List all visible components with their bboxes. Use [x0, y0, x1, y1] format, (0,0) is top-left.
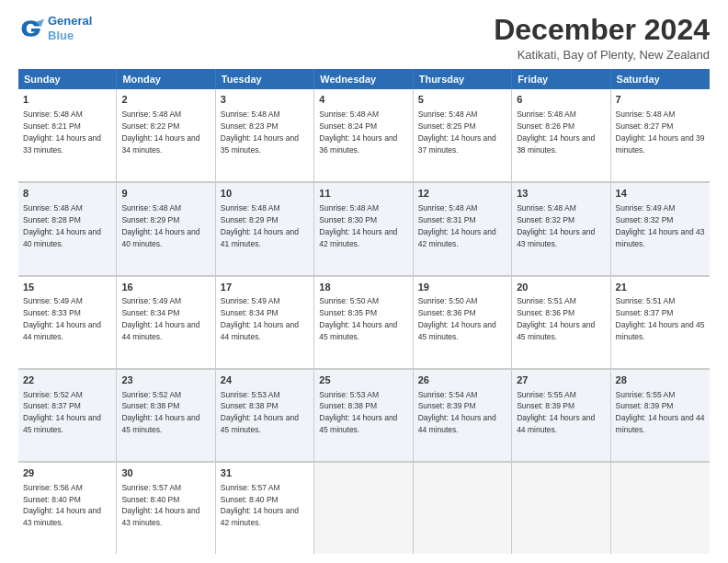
calendar-cell: 31Sunrise: 5:57 AMSunset: 8:40 PMDayligh…: [216, 462, 314, 554]
calendar-header: SundayMondayTuesdayWednesdayThursdayFrid…: [18, 69, 710, 89]
day-number: 3: [221, 93, 309, 107]
day-number: 10: [221, 187, 309, 201]
cell-text: Sunrise: 5:49 AMSunset: 8:33 PMDaylight:…: [23, 296, 101, 341]
day-number: 2: [121, 93, 210, 107]
calendar-cell: [414, 462, 512, 554]
cell-text: Sunrise: 5:48 AMSunset: 8:22 PMDaylight:…: [121, 109, 199, 155]
cell-text: Sunrise: 5:50 AMSunset: 8:36 PMDaylight:…: [418, 296, 496, 341]
logo: General Blue: [18, 14, 92, 42]
calendar-cell: 22Sunrise: 5:52 AMSunset: 8:37 PMDayligh…: [18, 369, 117, 461]
cell-text: Sunrise: 5:49 AMSunset: 8:34 PMDaylight:…: [121, 296, 199, 341]
day-number: 16: [121, 281, 210, 294]
day-header-wednesday: Wednesday: [314, 69, 413, 89]
day-number: 27: [517, 373, 605, 387]
day-number: 15: [23, 281, 111, 294]
day-number: 12: [418, 187, 506, 201]
calendar-cell: 5Sunrise: 5:48 AMSunset: 8:25 PMDaylight…: [414, 89, 512, 181]
day-header-thursday: Thursday: [414, 69, 512, 89]
day-number: 17: [221, 281, 309, 294]
calendar-cell: 15Sunrise: 5:49 AMSunset: 8:33 PMDayligh…: [18, 276, 117, 368]
day-number: 6: [517, 93, 605, 107]
cell-text: Sunrise: 5:51 AMSunset: 8:37 PMDaylight:…: [616, 296, 705, 341]
calendar-cell: 20Sunrise: 5:51 AMSunset: 8:36 PMDayligh…: [512, 276, 610, 368]
calendar-cell: 1Sunrise: 5:48 AMSunset: 8:21 PMDaylight…: [18, 89, 117, 181]
day-number: 21: [616, 281, 705, 294]
calendar-cell: 24Sunrise: 5:53 AMSunset: 8:38 PMDayligh…: [216, 369, 314, 461]
calendar-cell: 9Sunrise: 5:48 AMSunset: 8:29 PMDaylight…: [117, 182, 215, 274]
calendar-cell: 14Sunrise: 5:49 AMSunset: 8:32 PMDayligh…: [611, 182, 710, 274]
calendar-week-2: 8Sunrise: 5:48 AMSunset: 8:28 PMDaylight…: [18, 182, 710, 275]
calendar-cell: 4Sunrise: 5:48 AMSunset: 8:24 PMDaylight…: [314, 89, 413, 181]
cell-text: Sunrise: 5:51 AMSunset: 8:36 PMDaylight:…: [517, 296, 595, 341]
day-number: 4: [319, 93, 407, 107]
day-number: 26: [418, 373, 506, 387]
day-number: 5: [418, 93, 506, 107]
cell-text: Sunrise: 5:52 AMSunset: 8:38 PMDaylight:…: [121, 390, 199, 435]
cell-text: Sunrise: 5:56 AMSunset: 8:40 PMDaylight:…: [23, 483, 101, 528]
day-number: 30: [121, 466, 210, 480]
calendar-cell: 30Sunrise: 5:57 AMSunset: 8:40 PMDayligh…: [117, 462, 215, 554]
calendar-cell: [512, 462, 610, 554]
day-number: 28: [616, 373, 705, 387]
calendar-cell: 8Sunrise: 5:48 AMSunset: 8:28 PMDaylight…: [18, 182, 117, 274]
day-number: 9: [121, 187, 210, 201]
cell-text: Sunrise: 5:48 AMSunset: 8:29 PMDaylight:…: [121, 203, 199, 248]
calendar-cell: 2Sunrise: 5:48 AMSunset: 8:22 PMDaylight…: [117, 89, 215, 181]
day-number: 29: [23, 466, 111, 480]
page: General Blue December 2024 Katikati, Bay…: [0, 0, 728, 563]
calendar-body: 1Sunrise: 5:48 AMSunset: 8:21 PMDaylight…: [18, 89, 710, 554]
logo-icon: [18, 16, 44, 41]
cell-text: Sunrise: 5:57 AMSunset: 8:40 PMDaylight:…: [221, 483, 299, 528]
cell-text: Sunrise: 5:48 AMSunset: 8:31 PMDaylight:…: [418, 203, 496, 248]
cell-text: Sunrise: 5:48 AMSunset: 8:30 PMDaylight:…: [319, 203, 397, 248]
calendar-cell: 16Sunrise: 5:49 AMSunset: 8:34 PMDayligh…: [117, 276, 215, 368]
calendar-cell: 10Sunrise: 5:48 AMSunset: 8:29 PMDayligh…: [216, 182, 314, 274]
calendar-cell: 3Sunrise: 5:48 AMSunset: 8:23 PMDaylight…: [216, 89, 314, 181]
day-number: 24: [221, 373, 309, 387]
calendar-cell: 29Sunrise: 5:56 AMSunset: 8:40 PMDayligh…: [18, 462, 117, 554]
day-header-tuesday: Tuesday: [216, 69, 314, 89]
cell-text: Sunrise: 5:48 AMSunset: 8:29 PMDaylight:…: [221, 203, 299, 248]
day-header-monday: Monday: [117, 69, 215, 89]
day-number: 7: [616, 93, 705, 107]
cell-text: Sunrise: 5:50 AMSunset: 8:35 PMDaylight:…: [319, 296, 397, 341]
cell-text: Sunrise: 5:48 AMSunset: 8:26 PMDaylight:…: [517, 109, 595, 155]
calendar-cell: 7Sunrise: 5:48 AMSunset: 8:27 PMDaylight…: [611, 89, 710, 181]
calendar-week-3: 15Sunrise: 5:49 AMSunset: 8:33 PMDayligh…: [18, 276, 710, 369]
calendar-cell: 26Sunrise: 5:54 AMSunset: 8:39 PMDayligh…: [414, 369, 512, 461]
calendar-cell: [611, 462, 710, 554]
header: General Blue December 2024 Katikati, Bay…: [18, 14, 710, 62]
cell-text: Sunrise: 5:48 AMSunset: 8:28 PMDaylight:…: [23, 203, 101, 248]
calendar-cell: 21Sunrise: 5:51 AMSunset: 8:37 PMDayligh…: [611, 276, 710, 368]
main-title: December 2024: [494, 14, 710, 46]
calendar-cell: 11Sunrise: 5:48 AMSunset: 8:30 PMDayligh…: [314, 182, 413, 274]
day-number: 8: [23, 187, 111, 201]
subtitle: Katikati, Bay of Plenty, New Zealand: [494, 48, 710, 62]
cell-text: Sunrise: 5:53 AMSunset: 8:38 PMDaylight:…: [319, 390, 397, 435]
calendar-week-1: 1Sunrise: 5:48 AMSunset: 8:21 PMDaylight…: [18, 89, 710, 182]
calendar-cell: [314, 462, 413, 554]
day-number: 23: [121, 373, 210, 387]
day-number: 25: [319, 373, 407, 387]
cell-text: Sunrise: 5:57 AMSunset: 8:40 PMDaylight:…: [121, 483, 199, 528]
calendar-cell: 12Sunrise: 5:48 AMSunset: 8:31 PMDayligh…: [414, 182, 512, 274]
cell-text: Sunrise: 5:49 AMSunset: 8:32 PMDaylight:…: [616, 203, 705, 248]
day-number: 18: [319, 281, 407, 294]
calendar-cell: 19Sunrise: 5:50 AMSunset: 8:36 PMDayligh…: [414, 276, 512, 368]
cell-text: Sunrise: 5:53 AMSunset: 8:38 PMDaylight:…: [221, 390, 299, 435]
calendar-cell: 23Sunrise: 5:52 AMSunset: 8:38 PMDayligh…: [117, 369, 215, 461]
cell-text: Sunrise: 5:54 AMSunset: 8:39 PMDaylight:…: [418, 390, 496, 435]
day-number: 11: [319, 187, 407, 201]
title-section: December 2024 Katikati, Bay of Plenty, N…: [494, 14, 710, 62]
day-number: 19: [418, 281, 506, 294]
day-number: 13: [517, 187, 605, 201]
day-number: 14: [616, 187, 705, 201]
calendar-cell: 28Sunrise: 5:55 AMSunset: 8:39 PMDayligh…: [611, 369, 710, 461]
cell-text: Sunrise: 5:48 AMSunset: 8:21 PMDaylight:…: [23, 109, 101, 155]
cell-text: Sunrise: 5:48 AMSunset: 8:24 PMDaylight:…: [319, 109, 397, 155]
cell-text: Sunrise: 5:48 AMSunset: 8:32 PMDaylight:…: [517, 203, 595, 248]
calendar-cell: 18Sunrise: 5:50 AMSunset: 8:35 PMDayligh…: [314, 276, 413, 368]
day-header-friday: Friday: [512, 69, 610, 89]
day-number: 31: [221, 466, 309, 480]
calendar-cell: 17Sunrise: 5:49 AMSunset: 8:34 PMDayligh…: [216, 276, 314, 368]
